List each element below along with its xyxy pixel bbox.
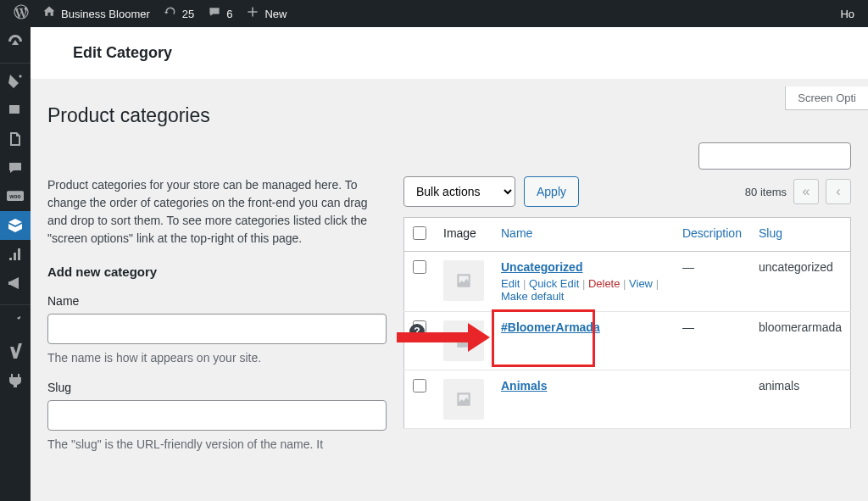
updates-link[interactable]: 25 (157, 0, 201, 27)
page-title: Product categories (47, 104, 851, 127)
menu-comments[interactable] (0, 153, 31, 182)
edit-category-heading: Edit Category (31, 27, 868, 79)
search-input[interactable] (698, 142, 851, 170)
menu-marketing[interactable] (0, 269, 31, 298)
menu-pages[interactable] (0, 125, 31, 153)
placeholder-thumbnail-icon (443, 320, 484, 361)
col-image: Image (435, 218, 492, 252)
update-icon (164, 5, 177, 22)
apply-button[interactable]: Apply (524, 176, 579, 207)
menu-dashboard[interactable] (0, 27, 31, 56)
edit-link[interactable]: Edit (501, 277, 520, 290)
wp-logo-menu[interactable] (7, 0, 36, 27)
bulk-actions-select[interactable]: Bulk actions (403, 176, 515, 207)
row-checkbox[interactable] (413, 260, 426, 274)
row-slug: animals (750, 370, 851, 429)
placeholder-thumbnail-icon (443, 379, 484, 420)
row-description (674, 370, 750, 429)
items-count: 80 items (745, 186, 787, 198)
col-description[interactable]: Description (682, 226, 742, 240)
col-name[interactable]: Name (501, 226, 532, 240)
comment-icon (208, 5, 221, 22)
row-description: — (674, 252, 750, 312)
site-home-link[interactable]: Business Bloomer (36, 0, 157, 27)
updates-count: 25 (182, 8, 194, 20)
row-title-link[interactable]: Uncategorized (501, 260, 582, 274)
row-checkbox[interactable] (413, 379, 426, 392)
menu-products[interactable] (0, 211, 31, 240)
prev-page-button[interactable]: ‹ (826, 179, 851, 204)
name-input[interactable] (47, 314, 387, 344)
menu-yoast[interactable] (0, 337, 31, 366)
row-slug: bloomerarmada (750, 312, 851, 370)
screen-options-label: Screen Opti (798, 92, 856, 104)
slug-label: Slug (47, 379, 387, 397)
left-panel: Product categories for your store can be… (47, 176, 387, 465)
slug-input[interactable] (47, 400, 387, 431)
row-title-link[interactable]: Animals (501, 379, 547, 392)
row-description: — (674, 312, 750, 370)
plus-icon (246, 5, 259, 22)
howdy-link[interactable]: Ho (833, 0, 861, 27)
admin-bar: Business Bloomer 25 6 New Ho (0, 0, 868, 27)
help-badge-icon[interactable]: ? (409, 324, 425, 339)
placeholder-thumbnail-icon (443, 260, 484, 301)
view-link[interactable]: View (629, 277, 653, 290)
row-title-link[interactable]: #BloomerArmada (501, 320, 600, 334)
menu-media[interactable] (0, 96, 31, 125)
make-default-link[interactable]: Make default (501, 290, 564, 303)
admin-sidebar: woo (0, 27, 31, 501)
content-body: Edit Category Screen Opti Product catego… (31, 27, 868, 501)
table-row: Animalsanimals (404, 370, 851, 429)
col-slug[interactable]: Slug (759, 226, 782, 240)
table-row: UncategorizedEdit | Quick Edit | Delete … (404, 252, 851, 312)
new-content-link[interactable]: New (239, 0, 293, 27)
menu-plugins[interactable] (0, 366, 31, 395)
categories-table: Image Name Description Slug Uncategorize… (403, 217, 851, 429)
table-row: ?#BloomerArmada—bloomerarmada (404, 312, 851, 370)
menu-analytics[interactable] (0, 240, 31, 269)
svg-text:woo: woo (8, 194, 20, 200)
site-name: Business Bloomer (61, 8, 150, 20)
howdy-text: Ho (840, 8, 854, 20)
new-label: New (264, 8, 287, 20)
delete-link[interactable]: Delete (588, 277, 620, 290)
name-desc: The name is how it appears on your site. (47, 349, 387, 367)
menu-posts[interactable] (0, 67, 31, 96)
row-slug: uncategorized (750, 252, 851, 312)
menu-woocommerce[interactable]: woo (0, 182, 31, 211)
row-actions: Edit | Quick Edit | Delete | View | Make… (501, 277, 665, 303)
screen-options-tab[interactable]: Screen Opti (785, 86, 868, 110)
select-all-checkbox[interactable] (413, 226, 426, 240)
home-icon (42, 5, 56, 22)
add-new-heading: Add new category (47, 263, 387, 282)
right-panel: Bulk actions Apply 80 items « ‹ Image (403, 176, 851, 465)
comments-count: 6 (226, 8, 232, 20)
quick-edit-link[interactable]: Quick Edit (529, 277, 579, 290)
wordpress-icon (14, 4, 29, 23)
menu-appearance[interactable] (0, 309, 31, 337)
slug-desc: The "slug" is the URL-friendly version o… (47, 436, 387, 454)
comments-link[interactable]: 6 (201, 0, 239, 27)
name-label: Name (47, 292, 387, 310)
first-page-button[interactable]: « (793, 179, 819, 204)
intro-text: Product categories for your store can be… (47, 176, 387, 248)
